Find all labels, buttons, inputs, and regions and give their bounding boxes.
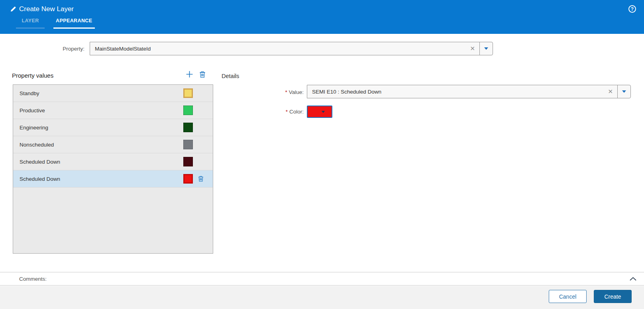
collapse-chevron-up-icon[interactable] bbox=[629, 277, 637, 281]
pencil-icon bbox=[10, 6, 17, 14]
value-dropdown-arrow-icon[interactable] bbox=[617, 85, 630, 98]
color-swatch[interactable] bbox=[183, 174, 193, 184]
color-dropdown-arrow-icon bbox=[322, 111, 325, 113]
color-swatch[interactable] bbox=[183, 88, 193, 98]
delete-item-icon[interactable] bbox=[198, 176, 204, 182]
trash-slot-spacer bbox=[198, 90, 204, 97]
list-item[interactable]: Productive bbox=[13, 102, 213, 119]
property-dropdown-arrow-icon[interactable] bbox=[479, 42, 493, 55]
list-item-label: Scheduled Down bbox=[20, 176, 60, 182]
comments-bar[interactable]: Comments: bbox=[0, 272, 644, 286]
color-swatch[interactable] bbox=[183, 106, 193, 115]
list-item[interactable]: Engineering bbox=[13, 119, 213, 136]
tab-appearance[interactable]: APPEARANCE bbox=[53, 18, 95, 29]
required-marker: * bbox=[285, 89, 287, 95]
dialog-header: Create New Layer ? LAYER APPEARANCE bbox=[0, 0, 644, 34]
property-combobox-value[interactable]: MainStateModelStateId bbox=[90, 42, 465, 55]
trash-slot-spacer bbox=[198, 124, 204, 131]
create-new-layer-dialog: Create New Layer ? LAYER APPEARANCE Prop… bbox=[0, 0, 644, 309]
add-value-button[interactable] bbox=[186, 70, 193, 78]
property-clear-icon[interactable]: ✕ bbox=[465, 42, 479, 55]
color-swatch[interactable] bbox=[183, 140, 193, 149]
list-item-label: Nonscheduled bbox=[20, 142, 54, 148]
value-combobox-value[interactable]: SEMI E10 : Scheduled Down bbox=[307, 85, 603, 98]
comments-label: Comments: bbox=[19, 276, 47, 282]
tab-bar: LAYER APPEARANCE bbox=[16, 18, 95, 29]
list-item[interactable]: Scheduled Down bbox=[13, 153, 213, 170]
list-item-controls bbox=[183, 88, 204, 98]
property-values-list: StandbyProductiveEngineeringNonscheduled… bbox=[13, 84, 213, 254]
value-clear-icon[interactable]: ✕ bbox=[603, 85, 617, 98]
color-label: *Color: bbox=[263, 109, 304, 115]
tab-layer[interactable]: LAYER bbox=[16, 18, 45, 29]
trash-slot-spacer bbox=[198, 158, 204, 165]
color-swatch[interactable] bbox=[183, 157, 193, 166]
list-item-label: Scheduled Down bbox=[20, 159, 60, 165]
list-item-controls bbox=[183, 106, 204, 115]
list-item-controls bbox=[183, 174, 204, 184]
value-label: *Value: bbox=[263, 89, 304, 95]
delete-value-button[interactable] bbox=[199, 71, 206, 78]
value-combobox[interactable]: SEMI E10 : Scheduled Down ✕ bbox=[307, 85, 631, 98]
list-item[interactable]: Nonscheduled bbox=[13, 136, 213, 153]
list-item-label: Productive bbox=[20, 108, 45, 113]
list-item-label: Engineering bbox=[20, 125, 48, 131]
dialog-title: Create New Layer bbox=[19, 5, 74, 13]
details-title: Details bbox=[222, 73, 239, 79]
list-item-controls bbox=[183, 157, 204, 166]
list-item[interactable]: Standby bbox=[13, 85, 213, 102]
help-icon[interactable]: ? bbox=[628, 5, 636, 13]
list-item-label: Standby bbox=[20, 90, 39, 96]
list-item-controls bbox=[183, 140, 204, 149]
color-swatch[interactable] bbox=[183, 123, 193, 132]
trash-slot-spacer bbox=[198, 107, 204, 114]
list-item[interactable]: Scheduled Down bbox=[13, 170, 213, 188]
create-button[interactable]: Create bbox=[594, 290, 632, 303]
list-item-controls bbox=[183, 123, 204, 132]
color-picker-button[interactable] bbox=[307, 106, 332, 118]
cancel-button[interactable]: Cancel bbox=[549, 290, 587, 303]
required-marker: * bbox=[286, 109, 288, 115]
dialog-footer: Cancel Create bbox=[0, 286, 644, 309]
trash-slot-spacer bbox=[198, 141, 204, 148]
property-values-title: Property values bbox=[12, 72, 53, 79]
property-label: Property: bbox=[56, 46, 84, 52]
property-combobox[interactable]: MainStateModelStateId ✕ bbox=[90, 42, 493, 55]
